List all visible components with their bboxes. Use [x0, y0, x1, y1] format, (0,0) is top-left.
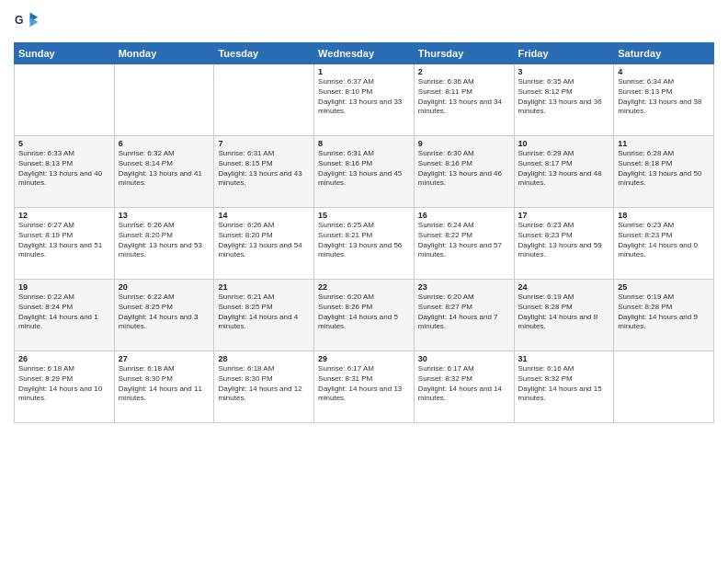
day-info: Sunrise: 6:33 AM Sunset: 8:13 PM Dayligh…	[18, 149, 110, 189]
day-number: 15	[318, 211, 410, 220]
day-cell: 29Sunrise: 6:17 AM Sunset: 8:31 PM Dayli…	[314, 351, 415, 423]
calendar-body: 1Sunrise: 6:37 AM Sunset: 8:10 PM Daylig…	[15, 64, 714, 423]
day-info: Sunrise: 6:36 AM Sunset: 8:11 PM Dayligh…	[418, 77, 510, 117]
day-info: Sunrise: 6:27 AM Sunset: 8:19 PM Dayligh…	[18, 221, 110, 260]
day-cell: 6Sunrise: 6:32 AM Sunset: 8:14 PM Daylig…	[114, 136, 214, 208]
day-info: Sunrise: 6:18 AM Sunset: 8:29 PM Dayligh…	[18, 364, 110, 404]
day-info: Sunrise: 6:23 AM Sunset: 8:23 PM Dayligh…	[618, 221, 710, 260]
column-header-wednesday: Wednesday	[314, 43, 415, 64]
day-number: 27	[119, 354, 210, 363]
day-info: Sunrise: 6:17 AM Sunset: 8:31 PM Dayligh…	[318, 364, 410, 404]
day-number: 9	[418, 139, 510, 148]
day-cell: 26Sunrise: 6:18 AM Sunset: 8:29 PM Dayli…	[15, 351, 115, 423]
logo: G	[14, 9, 43, 35]
header: G	[14, 9, 714, 35]
day-info: Sunrise: 6:20 AM Sunset: 8:26 PM Dayligh…	[318, 293, 410, 332]
day-cell: 25Sunrise: 6:19 AM Sunset: 8:28 PM Dayli…	[614, 280, 714, 351]
column-header-thursday: Thursday	[414, 43, 514, 64]
day-number: 23	[418, 282, 510, 292]
day-info: Sunrise: 6:31 AM Sunset: 8:16 PM Dayligh…	[318, 149, 410, 189]
day-cell	[15, 64, 115, 136]
day-number: 1	[318, 67, 410, 76]
column-header-sunday: Sunday	[15, 43, 115, 64]
day-cell: 15Sunrise: 6:25 AM Sunset: 8:21 PM Dayli…	[314, 208, 415, 280]
day-info: Sunrise: 6:34 AM Sunset: 8:13 PM Dayligh…	[618, 77, 710, 117]
day-cell: 31Sunrise: 6:16 AM Sunset: 8:32 PM Dayli…	[514, 351, 614, 423]
day-cell: 30Sunrise: 6:17 AM Sunset: 8:32 PM Dayli…	[414, 351, 514, 423]
day-number: 12	[18, 211, 110, 220]
day-info: Sunrise: 6:19 AM Sunset: 8:28 PM Dayligh…	[618, 293, 710, 332]
logo-icon: G	[14, 9, 40, 35]
calendar-page: G SundayMondayTuesdayWednesdayThursdayFr…	[0, 0, 728, 563]
day-info: Sunrise: 6:31 AM Sunset: 8:15 PM Dayligh…	[218, 149, 310, 189]
day-number: 28	[218, 354, 310, 363]
day-number: 26	[18, 354, 110, 363]
day-cell	[614, 351, 714, 423]
day-cell: 2Sunrise: 6:36 AM Sunset: 8:11 PM Daylig…	[414, 64, 514, 136]
week-row-0: 1Sunrise: 6:37 AM Sunset: 8:10 PM Daylig…	[15, 64, 714, 136]
column-header-tuesday: Tuesday	[214, 43, 314, 64]
day-number: 14	[218, 211, 310, 220]
day-cell: 4Sunrise: 6:34 AM Sunset: 8:13 PM Daylig…	[614, 64, 714, 136]
column-header-friday: Friday	[514, 43, 614, 64]
day-info: Sunrise: 6:35 AM Sunset: 8:12 PM Dayligh…	[518, 77, 610, 117]
day-cell: 9Sunrise: 6:30 AM Sunset: 8:16 PM Daylig…	[414, 136, 514, 208]
day-cell: 21Sunrise: 6:21 AM Sunset: 8:25 PM Dayli…	[214, 280, 314, 351]
day-info: Sunrise: 6:29 AM Sunset: 8:17 PM Dayligh…	[518, 149, 610, 189]
day-cell: 23Sunrise: 6:20 AM Sunset: 8:27 PM Dayli…	[414, 280, 514, 351]
calendar-table: SundayMondayTuesdayWednesdayThursdayFrid…	[14, 42, 714, 423]
day-number: 17	[518, 211, 610, 220]
day-cell: 19Sunrise: 6:22 AM Sunset: 8:24 PM Dayli…	[15, 280, 115, 351]
day-number: 7	[218, 139, 310, 148]
day-info: Sunrise: 6:16 AM Sunset: 8:32 PM Dayligh…	[518, 364, 610, 404]
day-cell: 18Sunrise: 6:23 AM Sunset: 8:23 PM Dayli…	[614, 208, 714, 280]
calendar-header: SundayMondayTuesdayWednesdayThursdayFrid…	[15, 43, 714, 64]
day-number: 29	[318, 354, 410, 363]
day-info: Sunrise: 6:19 AM Sunset: 8:28 PM Dayligh…	[518, 293, 610, 332]
day-number: 25	[618, 282, 710, 292]
column-header-monday: Monday	[114, 43, 214, 64]
day-cell: 8Sunrise: 6:31 AM Sunset: 8:16 PM Daylig…	[314, 136, 415, 208]
day-info: Sunrise: 6:28 AM Sunset: 8:18 PM Dayligh…	[618, 149, 710, 189]
day-cell: 28Sunrise: 6:18 AM Sunset: 8:30 PM Dayli…	[214, 351, 314, 423]
day-number: 30	[418, 354, 510, 363]
day-cell: 12Sunrise: 6:27 AM Sunset: 8:19 PM Dayli…	[15, 208, 115, 280]
day-info: Sunrise: 6:18 AM Sunset: 8:30 PM Dayligh…	[218, 364, 310, 404]
day-info: Sunrise: 6:21 AM Sunset: 8:25 PM Dayligh…	[218, 293, 310, 332]
day-cell: 5Sunrise: 6:33 AM Sunset: 8:13 PM Daylig…	[15, 136, 115, 208]
day-cell: 27Sunrise: 6:18 AM Sunset: 8:30 PM Dayli…	[114, 351, 214, 423]
week-row-1: 5Sunrise: 6:33 AM Sunset: 8:13 PM Daylig…	[15, 136, 714, 208]
day-info: Sunrise: 6:20 AM Sunset: 8:27 PM Dayligh…	[418, 293, 510, 332]
day-cell: 7Sunrise: 6:31 AM Sunset: 8:15 PM Daylig…	[214, 136, 314, 208]
day-info: Sunrise: 6:37 AM Sunset: 8:10 PM Dayligh…	[318, 77, 410, 117]
day-cell: 20Sunrise: 6:22 AM Sunset: 8:25 PM Dayli…	[114, 280, 214, 351]
week-row-2: 12Sunrise: 6:27 AM Sunset: 8:19 PM Dayli…	[15, 208, 714, 280]
week-row-4: 26Sunrise: 6:18 AM Sunset: 8:29 PM Dayli…	[15, 351, 714, 423]
day-cell	[214, 64, 314, 136]
day-info: Sunrise: 6:22 AM Sunset: 8:25 PM Dayligh…	[119, 293, 210, 332]
day-info: Sunrise: 6:26 AM Sunset: 8:20 PM Dayligh…	[218, 221, 310, 260]
day-cell	[114, 64, 214, 136]
day-cell: 11Sunrise: 6:28 AM Sunset: 8:18 PM Dayli…	[614, 136, 714, 208]
day-number: 22	[318, 282, 410, 292]
day-info: Sunrise: 6:30 AM Sunset: 8:16 PM Dayligh…	[418, 149, 510, 189]
day-number: 21	[218, 282, 310, 292]
day-number: 18	[618, 211, 710, 220]
day-info: Sunrise: 6:26 AM Sunset: 8:20 PM Dayligh…	[119, 221, 210, 260]
day-cell: 13Sunrise: 6:26 AM Sunset: 8:20 PM Dayli…	[114, 208, 214, 280]
day-number: 8	[318, 139, 410, 148]
day-number: 13	[119, 211, 210, 220]
day-cell: 17Sunrise: 6:23 AM Sunset: 8:23 PM Dayli…	[514, 208, 614, 280]
day-number: 4	[618, 67, 710, 76]
day-number: 3	[518, 67, 610, 76]
day-info: Sunrise: 6:23 AM Sunset: 8:23 PM Dayligh…	[518, 221, 610, 260]
day-info: Sunrise: 6:24 AM Sunset: 8:22 PM Dayligh…	[418, 221, 510, 260]
day-cell: 24Sunrise: 6:19 AM Sunset: 8:28 PM Dayli…	[514, 280, 614, 351]
svg-text:G: G	[15, 14, 24, 27]
day-info: Sunrise: 6:22 AM Sunset: 8:24 PM Dayligh…	[18, 293, 110, 332]
day-number: 20	[119, 282, 210, 292]
day-info: Sunrise: 6:18 AM Sunset: 8:30 PM Dayligh…	[119, 364, 210, 404]
day-number: 2	[418, 67, 510, 76]
week-row-3: 19Sunrise: 6:22 AM Sunset: 8:24 PM Dayli…	[15, 280, 714, 351]
column-header-saturday: Saturday	[614, 43, 714, 64]
